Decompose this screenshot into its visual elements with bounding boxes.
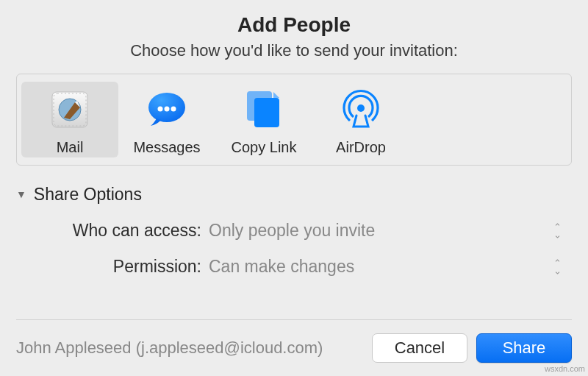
cancel-button[interactable]: Cancel [372, 333, 467, 363]
share-method-mail[interactable]: Mail [21, 82, 118, 157]
participant-label: John Appleseed (j.appleseed@icloud.com) [16, 338, 323, 358]
messages-icon [143, 86, 190, 133]
share-method-label: Messages [133, 139, 200, 156]
share-method-copy-link[interactable]: Copy Link [215, 82, 312, 157]
svg-point-11 [357, 104, 365, 112]
share-options-body: Who can access: Only people you invite ⌃… [16, 221, 572, 277]
share-methods-panel: Mail Messages [16, 74, 572, 166]
mail-icon [46, 86, 93, 133]
dialog-subtitle: Choose how you'd like to send your invit… [16, 41, 572, 60]
share-options-heading: Share Options [34, 185, 142, 205]
watermark: wsxdn.com [545, 364, 585, 373]
chevron-down-icon: ⌃ [553, 231, 562, 237]
dialog-title: Add People [16, 13, 572, 37]
add-people-dialog: Add People Choose how you'd like to send… [0, 0, 588, 376]
share-method-label: Copy Link [232, 139, 297, 156]
airdrop-icon [337, 86, 384, 133]
access-label: Who can access: [16, 221, 209, 241]
permission-stepper[interactable]: ⌃ ⌃ [542, 260, 572, 273]
share-method-messages[interactable]: Messages [118, 82, 215, 157]
share-options-disclosure[interactable]: ▼ Share Options [16, 185, 572, 205]
share-button[interactable]: Share [476, 333, 572, 363]
chevron-down-icon: ⌃ [553, 267, 562, 273]
share-method-airdrop[interactable]: AirDrop [312, 82, 409, 157]
access-value: Only people you invite [209, 221, 542, 241]
disclosure-triangle-icon: ▼ [16, 188, 26, 200]
svg-point-7 [165, 107, 170, 112]
access-stepper[interactable]: ⌃ ⌃ [542, 224, 572, 237]
permission-value: Can make changes [209, 257, 542, 277]
svg-rect-10 [254, 98, 279, 127]
permission-label: Permission: [16, 257, 209, 277]
share-method-label: AirDrop [336, 139, 386, 156]
svg-point-6 [158, 107, 163, 112]
copylink-icon [240, 86, 287, 133]
share-method-label: Mail [57, 139, 84, 156]
dialog-footer: John Appleseed (j.appleseed@icloud.com) … [16, 319, 572, 376]
svg-point-8 [171, 107, 176, 112]
